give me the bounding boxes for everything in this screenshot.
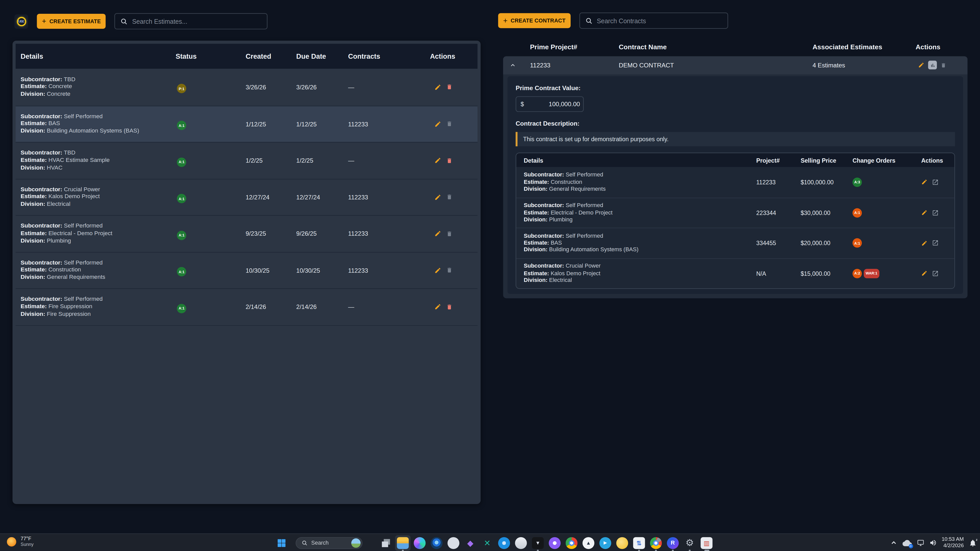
estimates-search-input[interactable]: [132, 18, 262, 25]
telegram-icon[interactable]: ▶: [597, 534, 614, 551]
updown-app-icon[interactable]: ⇅: [631, 534, 648, 551]
estimates-rows: Subcontractor: TBD Estimate: Concrete Di…: [16, 68, 477, 325]
estimate-row[interactable]: Subcontractor: Self Performed Estimate: …: [16, 215, 477, 252]
settings-gear-icon[interactable]: ⚙: [681, 534, 698, 551]
edit-contract-estimate-button[interactable]: [921, 240, 928, 246]
open-estimate-button[interactable]: [932, 209, 939, 216]
device-manager-icon[interactable]: ▥: [698, 534, 715, 551]
prime-contract-value-field[interactable]: $: [515, 96, 584, 112]
code-editor-icon[interactable]: ✕: [479, 534, 496, 551]
currency-symbol: $: [520, 100, 524, 107]
taskbar-clock[interactable]: 10:53 AM 4/2/2026: [942, 537, 964, 549]
search-highlight-image: [351, 538, 361, 548]
delete-estimate-button[interactable]: [446, 304, 452, 310]
estimate-row[interactable]: Subcontractor: Self Performed Estimate: …: [16, 288, 477, 325]
delete-estimate-button[interactable]: [446, 267, 452, 273]
created-date: 12/27/24: [245, 194, 296, 201]
dark-triangle-app-icon[interactable]: ▼: [529, 534, 546, 551]
edit-contract-estimate-button[interactable]: [921, 210, 928, 216]
github-desktop-icon[interactable]: [546, 534, 563, 551]
prime-contract-value-input[interactable]: [524, 100, 580, 107]
prime-contract-value-label: Prime Contract Value:: [515, 84, 955, 91]
estimates-toolbar: UBE + CREATE ESTIMATE: [14, 13, 268, 29]
file-explorer-icon[interactable]: [394, 534, 411, 551]
contract-estimate-row[interactable]: Subcontractor: Self Performed Estimate: …: [516, 167, 955, 197]
estimate-row[interactable]: Subcontractor: TBD Estimate: HVAC Estima…: [16, 142, 477, 178]
visual-studio-icon[interactable]: ◆: [462, 534, 479, 551]
contract-row[interactable]: 112233 DEMO CONTRACT 4 Estimates: [503, 56, 967, 74]
contract-estimate-row[interactable]: Subcontractor: Crucial Power Estimate: K…: [516, 258, 955, 288]
contract-description: This contract is set up for demonstratio…: [515, 132, 955, 146]
delete-estimate-button[interactable]: [446, 84, 452, 90]
rider-icon[interactable]: R: [664, 534, 681, 551]
contract-estimate-row[interactable]: Subcontractor: Self Performed Estimate: …: [516, 197, 955, 228]
mouse-settings-icon[interactable]: [512, 534, 529, 551]
project-number: N/A: [756, 270, 800, 277]
onedrive-icon[interactable]: ⟳: [902, 538, 912, 548]
task-view-icon[interactable]: [377, 534, 394, 551]
created-date: 2/14/26: [245, 303, 296, 310]
postgresql-icon[interactable]: [445, 534, 462, 551]
created-date: 1/2/25: [245, 157, 296, 164]
delete-estimate-button[interactable]: [446, 121, 452, 127]
contracts-number: 112233: [348, 230, 430, 237]
app-logo[interactable]: UBE: [14, 14, 28, 28]
open-estimate-button[interactable]: [932, 240, 939, 247]
volume-icon[interactable]: [929, 539, 937, 546]
delete-estimate-button[interactable]: [446, 231, 452, 237]
change-order-badge: A:2: [853, 269, 862, 278]
contract-detail-panel: Prime Contract Value: $ Contract Descrip…: [508, 76, 963, 294]
contract-project-number: 112233: [522, 62, 619, 68]
taskbar-search[interactable]: Search: [296, 537, 363, 549]
due-date: 2/14/26: [296, 303, 348, 310]
delete-estimate-button[interactable]: [446, 194, 452, 200]
due-date: 3/26/26: [296, 84, 348, 91]
edit-estimate-button[interactable]: [434, 121, 441, 127]
weather-widget[interactable]: 77°F Sunny: [7, 536, 34, 547]
open-estimate-button[interactable]: [932, 179, 939, 186]
start-button[interactable]: [273, 535, 290, 551]
create-contract-button[interactable]: + CREATE CONTRACT: [498, 13, 571, 28]
delete-contract-button[interactable]: [941, 62, 946, 68]
media-app-icon[interactable]: [428, 534, 445, 551]
edit-estimate-button[interactable]: [434, 230, 441, 237]
delete-estimate-button[interactable]: [446, 158, 452, 164]
notifications-bell-icon[interactable]: z: [969, 539, 977, 547]
estimate-row[interactable]: Subcontractor: Crucial Power Estimate: K…: [16, 178, 477, 215]
edit-estimate-button[interactable]: [434, 157, 441, 164]
edit-estimate-button[interactable]: [434, 194, 441, 201]
open-estimate-button[interactable]: [932, 270, 939, 277]
cyberduck-icon[interactable]: [614, 534, 631, 551]
due-date: 10/30/25: [296, 267, 348, 274]
status-badge: A:1: [177, 304, 186, 313]
chrome-icon[interactable]: [563, 534, 580, 551]
docker-icon[interactable]: [496, 534, 512, 551]
estimate-row[interactable]: Subcontractor: Self Performed Estimate: …: [16, 105, 477, 142]
create-estimate-button[interactable]: + CREATE ESTIMATE: [37, 14, 106, 29]
device-tray-icon[interactable]: [917, 539, 924, 546]
estimates-search[interactable]: [115, 13, 268, 29]
contract-report-button[interactable]: [928, 61, 937, 70]
estimate-row[interactable]: Subcontractor: TBD Estimate: Concrete Di…: [16, 68, 477, 105]
contract-estimate-row[interactable]: Subcontractor: Self Performed Estimate: …: [516, 228, 955, 258]
tray-chevron-up-icon[interactable]: [890, 539, 897, 546]
status-badge: A:1: [177, 267, 186, 277]
chrome-profile-icon[interactable]: [648, 534, 664, 551]
edit-contract-estimate-button[interactable]: [921, 179, 928, 185]
change-order-badge: A:1: [853, 239, 862, 248]
edit-contract-estimate-button[interactable]: [921, 271, 928, 277]
edit-estimate-button[interactable]: [434, 303, 441, 310]
contract-description-label: Contract Description:: [515, 120, 955, 127]
copilot-icon[interactable]: [411, 534, 428, 551]
edit-estimate-button[interactable]: [434, 84, 441, 91]
created-date: 3/26/26: [245, 84, 296, 91]
rocket-app-icon[interactable]: ▲: [580, 534, 597, 551]
edit-contract-button[interactable]: [918, 62, 924, 68]
contracts-search-input[interactable]: [597, 17, 722, 24]
edit-estimate-button[interactable]: [434, 267, 441, 274]
selling-price: $100,000.00: [800, 179, 853, 186]
contracts-search[interactable]: [579, 13, 728, 29]
estimate-row[interactable]: Subcontractor: Self Performed Estimate: …: [16, 252, 477, 288]
associated-estimates: 4 Estimates: [813, 62, 913, 68]
collapse-chevron-icon[interactable]: [503, 62, 522, 68]
